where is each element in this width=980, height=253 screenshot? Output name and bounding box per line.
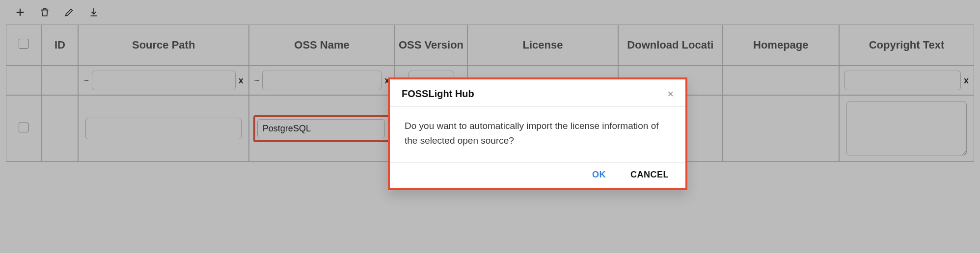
dialog-message: Do you want to automatically import the …: [390, 107, 685, 162]
dialog-title: FOSSLight Hub: [402, 88, 474, 100]
confirm-dialog: FOSSLight Hub × Do you want to automatic…: [388, 77, 687, 190]
close-icon[interactable]: ×: [667, 89, 674, 100]
ok-button[interactable]: OK: [592, 170, 606, 180]
cancel-button[interactable]: CANCEL: [630, 170, 669, 180]
